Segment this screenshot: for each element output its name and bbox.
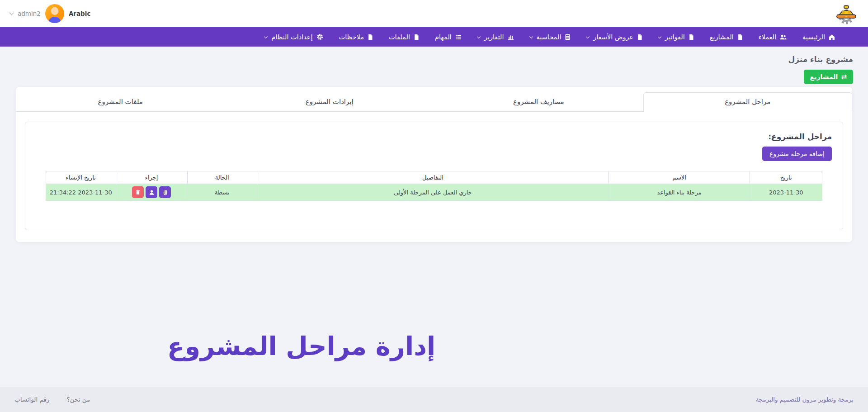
projects-button[interactable]: ⇄ المشاريع — [804, 70, 853, 84]
file-icon — [637, 33, 643, 41]
language-label: Arabic — [69, 10, 91, 17]
table-row: 2023-11-30 مرحلة بناء القواعد جاري العمل… — [46, 184, 822, 201]
footer-links: رقم الواتساب من نحن؟ — [14, 396, 90, 403]
chevron-down-icon — [529, 34, 533, 38]
chevron-down-icon — [658, 34, 661, 38]
nav-item-clients[interactable]: العملاء — [759, 33, 787, 41]
paperclip-icon — [162, 189, 169, 196]
nav-item-accounting[interactable]: المحاسبة — [530, 33, 571, 41]
col-created-at: تاريخ الإنشاء — [46, 171, 116, 184]
stages-heading: مراحل المشروع: — [25, 132, 832, 141]
calculator-icon — [564, 33, 571, 41]
delete-button[interactable] — [132, 186, 144, 198]
banner-title: إدارة مراحل المشروع — [167, 331, 435, 361]
stages-panel: مراحل المشروع: إضافة مرحلة مشروع تاريخ ا… — [25, 122, 843, 230]
avatar-body — [48, 17, 61, 23]
main-navbar: الرئيسية العملاء المشاريع الفواتير عروض … — [0, 27, 868, 47]
col-action: إجراء — [116, 171, 187, 184]
username-label: admin2 — [18, 10, 41, 17]
nav-item-price-quotes[interactable]: عروض الأسعار — [586, 33, 643, 41]
cell-name: مرحلة بناء القواعد — [609, 184, 750, 201]
col-details: التفاصيل — [257, 171, 609, 184]
stages-table: تاريخ الاسم التفاصيل الحالة إجراء تاريخ … — [46, 171, 822, 201]
nav-item-system-settings[interactable]: إعدادات النظام — [264, 33, 323, 41]
bar-chart-icon — [507, 33, 514, 41]
col-status: الحالة — [187, 171, 257, 184]
file-icon — [737, 33, 743, 41]
nav-item-tasks[interactable]: المهام — [435, 33, 462, 41]
attachment-button[interactable] — [159, 186, 171, 198]
footer-link-whatsapp[interactable]: رقم الواتساب — [14, 396, 49, 403]
assign-user-button[interactable] — [146, 186, 157, 198]
project-tabs: مراحل المشروع مصاريف المشروع إيرادات الم… — [16, 92, 852, 112]
file-icon — [413, 33, 420, 41]
cell-status: نشطة — [187, 184, 257, 201]
nav-item-projects[interactable]: المشاريع — [710, 33, 743, 41]
footer-link-about[interactable]: من نحن؟ — [66, 396, 90, 403]
swap-arrows-icon: ⇄ — [841, 74, 847, 81]
tab-project-revenues[interactable]: إيرادات المشروع — [225, 92, 434, 112]
file-icon — [367, 33, 373, 41]
tab-project-expenses[interactable]: مصاريف المشروع — [434, 92, 643, 112]
chevron-down-icon — [264, 34, 268, 38]
cell-date: 2023-11-30 — [750, 184, 822, 201]
footer: رقم الواتساب من نحن؟ برمجة وتطوير مزون ل… — [0, 387, 868, 412]
page-title: مشروع بناء منزل — [788, 55, 853, 64]
tab-project-stages[interactable]: مراحل المشروع — [643, 92, 853, 112]
banner: إدارة مراحل المشروع — [0, 331, 868, 361]
footer-credit: برمجة وتطوير مزون للتصميم والبرمجة — [755, 396, 854, 403]
page-head: مشروع بناء منزل ⇄ المشاريع — [0, 47, 868, 84]
add-stage-button[interactable]: إضافة مرحلة مشروع — [762, 147, 832, 161]
gear-icon — [316, 33, 324, 41]
home-icon — [828, 33, 835, 41]
user-menu[interactable]: admin2 Arabic — [10, 4, 90, 23]
person-icon — [148, 189, 155, 196]
file-icon — [688, 33, 694, 41]
nav-item-reports[interactable]: التقارير — [477, 33, 514, 41]
project-card: مراحل المشروع مصاريف المشروع إيرادات الم… — [16, 87, 852, 242]
top-header-bar: admin2 Arabic — [0, 0, 868, 27]
col-date: تاريخ — [750, 171, 822, 184]
app-logo-helmet-gear-icon — [835, 2, 858, 25]
table-header-row: تاريخ الاسم التفاصيل الحالة إجراء تاريخ … — [46, 171, 822, 184]
chevron-down-icon — [586, 34, 590, 38]
chevron-down-icon — [477, 34, 481, 38]
users-icon — [779, 33, 787, 41]
cell-actions — [116, 184, 187, 201]
cell-details: جاري العمل على المرحلة الأولى — [257, 184, 609, 201]
nav-item-invoices[interactable]: الفواتير — [658, 33, 694, 41]
tab-project-files[interactable]: ملفات المشروع — [16, 92, 225, 112]
avatar-head — [51, 7, 58, 15]
chevron-down-icon — [9, 11, 14, 15]
trash-icon — [135, 189, 141, 195]
avatar[interactable] — [45, 4, 64, 23]
nav-item-home[interactable]: الرئيسية — [802, 33, 835, 41]
tasks-icon — [455, 33, 462, 41]
cell-created-at: 2023-11-30 21:34:22 — [46, 184, 116, 201]
nav-item-notes[interactable]: ملاحظات — [339, 33, 373, 41]
col-name: الاسم — [609, 171, 750, 184]
nav-item-files[interactable]: الملفات — [389, 33, 420, 41]
